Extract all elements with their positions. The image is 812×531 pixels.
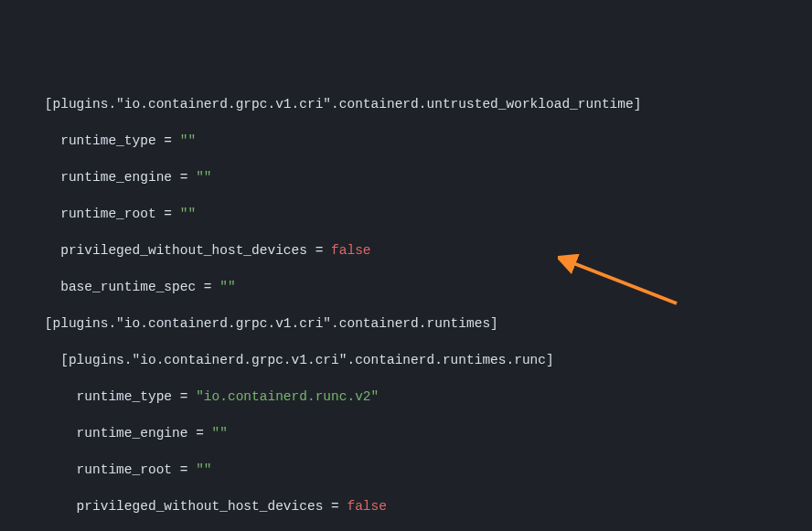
- code-line: [plugins."io.containerd.grpc.v1.cri".con…: [13, 314, 812, 333]
- toml-header: [plugins."io.containerd.grpc.v1.cri".con…: [13, 316, 498, 331]
- toml-header: [plugins."io.containerd.grpc.v1.cri".con…: [13, 353, 554, 367]
- code-line: privileged_without_host_devices = false: [13, 241, 812, 260]
- code-line: runtime_type = "": [13, 132, 812, 150]
- code-line: runtime_engine = "": [13, 424, 812, 442]
- code-line: runtime_root = "": [13, 205, 812, 223]
- code-line: runtime_type = "io.containerd.runc.v2": [13, 388, 812, 406]
- code-line: [plugins."io.containerd.grpc.v1.cri".con…: [13, 95, 812, 113]
- code-line: runtime_root = "": [13, 461, 812, 479]
- code-line: [plugins."io.containerd.grpc.v1.cri".con…: [13, 351, 812, 369]
- toml-header: [plugins."io.containerd.grpc.v1.cri".con…: [13, 97, 641, 112]
- code-line: runtime_engine = "": [13, 168, 812, 186]
- code-block: [plugins."io.containerd.grpc.v1.cri".con…: [13, 77, 812, 531]
- code-line: base_runtime_spec = "": [13, 278, 812, 296]
- code-line: privileged_without_host_devices = false: [13, 497, 812, 515]
